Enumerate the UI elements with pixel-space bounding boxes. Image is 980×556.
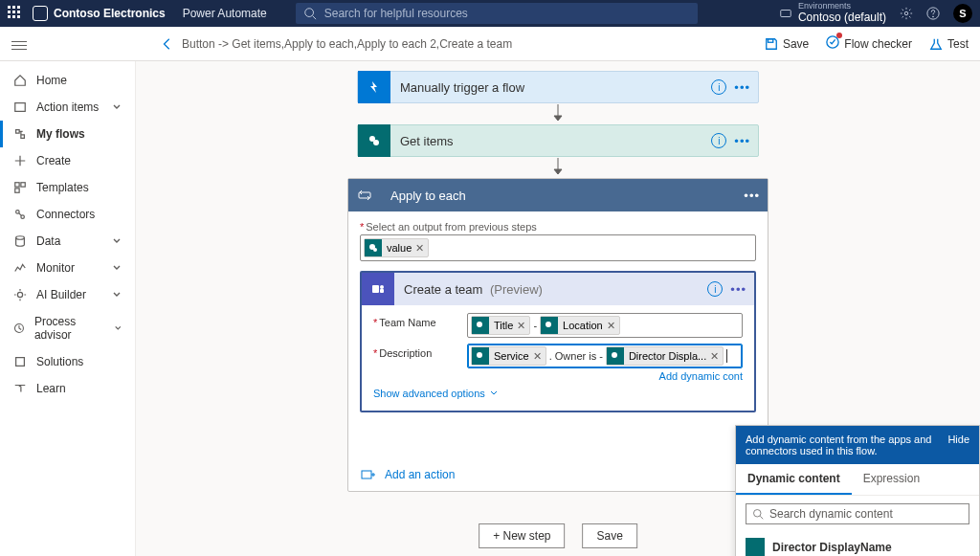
search-placeholder: Search for helpful resources: [324, 7, 468, 20]
flow-card-get-items[interactable]: Get items i •••: [357, 124, 759, 157]
test-icon: [929, 37, 943, 51]
sidebar-item-solutions[interactable]: Solutions: [0, 348, 135, 375]
help-icon[interactable]: [926, 7, 940, 20]
token-remove-icon[interactable]: ✕: [710, 350, 719, 363]
add-action-button[interactable]: Add an action: [360, 468, 756, 481]
token-service[interactable]: Service✕: [471, 346, 546, 366]
user-avatar[interactable]: S: [953, 4, 972, 23]
token-remove-icon[interactable]: ✕: [533, 350, 542, 363]
tab-dynamic-content[interactable]: Dynamic content: [736, 464, 852, 495]
sidebar-item-process-advisor[interactable]: Process advisor: [0, 308, 135, 348]
token-remove-icon[interactable]: ✕: [607, 320, 615, 332]
svg-point-24: [373, 248, 377, 252]
card-menu-icon[interactable]: •••: [730, 282, 746, 297]
sidebar-item-connectors[interactable]: Connectors: [0, 201, 135, 228]
brand-name: Contoso Electronics: [54, 7, 166, 20]
info-icon[interactable]: i: [711, 79, 726, 95]
svg-point-15: [17, 292, 22, 297]
svg-rect-32: [362, 471, 371, 478]
dynamic-item[interactable]: Director DisplayName: [736, 532, 979, 556]
toolbar: Button -> Get items,Apply to each,Apply …: [0, 27, 980, 61]
token-value[interactable]: value✕: [364, 238, 429, 257]
text-cursor: [726, 349, 727, 363]
token-remove-icon[interactable]: ✕: [517, 320, 525, 332]
svg-line-1: [312, 16, 316, 20]
svg-rect-17: [16, 358, 25, 367]
save-flow-button[interactable]: Save: [583, 523, 637, 548]
select-output-input[interactable]: value✕: [360, 234, 756, 261]
flow-arrow-icon: [551, 103, 565, 124]
new-step-button[interactable]: + New step: [479, 523, 565, 548]
apply-header[interactable]: Apply to each •••: [348, 179, 768, 211]
settings-icon[interactable]: [900, 7, 913, 20]
dynamic-search-input[interactable]: Search dynamic content: [746, 503, 969, 524]
svg-rect-10: [21, 183, 25, 187]
svg-point-12: [16, 211, 20, 214]
sidebar-item-ai-builder[interactable]: AI Builder: [0, 281, 135, 308]
test-button[interactable]: Test: [929, 37, 969, 51]
svg-point-30: [477, 352, 482, 358]
global-search[interactable]: Search for helpful resources: [296, 3, 698, 24]
breadcrumb: Button -> Get items,Apply to each,Apply …: [161, 37, 512, 51]
app-launcher-icon[interactable]: [8, 6, 23, 21]
team-name-input[interactable]: Title✕ - Location✕: [467, 313, 743, 338]
svg-rect-9: [15, 183, 19, 187]
sidebar-item-create[interactable]: Create: [0, 147, 135, 174]
sidebar-item-monitor[interactable]: Monitor: [0, 255, 135, 281]
sidebar-item-home[interactable]: Home: [0, 67, 135, 94]
flow-checker-button[interactable]: Flow checker: [826, 35, 912, 52]
sharepoint-icon: [358, 124, 390, 157]
svg-point-20: [373, 140, 379, 145]
create-team-header[interactable]: Create a team (Preview) i •••: [362, 273, 754, 305]
environment-picker[interactable]: EnvironmentsContoso (default): [779, 2, 886, 24]
token-director[interactable]: Director Displa...✕: [606, 346, 724, 366]
flow-checker-icon: [826, 35, 839, 52]
token-title[interactable]: Title✕: [471, 316, 530, 335]
svg-line-34: [760, 516, 763, 519]
sharepoint-icon: [746, 538, 765, 556]
card-menu-icon[interactable]: •••: [734, 134, 750, 148]
brand-logo-icon: [33, 6, 48, 21]
hide-link[interactable]: Hide: [947, 434, 969, 456]
token-remove-icon[interactable]: ✕: [415, 242, 424, 255]
description-input[interactable]: Service✕ . Owner is - Director Displa...…: [467, 344, 743, 368]
flow-card-trigger[interactable]: Manually trigger a flow i •••: [357, 71, 759, 103]
dynamic-hint: Add dynamic content from the apps and co…: [736, 426, 979, 464]
svg-rect-25: [372, 285, 379, 293]
svg-point-5: [933, 16, 934, 17]
sidebar-item-templates[interactable]: Templates: [0, 174, 135, 201]
nav-toggle-icon[interactable]: [11, 38, 27, 50]
card-menu-icon[interactable]: •••: [744, 189, 760, 203]
card-menu-icon[interactable]: •••: [734, 80, 750, 95]
loop-icon: [348, 179, 381, 211]
dynamic-content-panel: Add dynamic content from the apps and co…: [735, 425, 980, 556]
sidebar-item-my-flows[interactable]: My flows: [0, 121, 135, 147]
chevron-down-icon: [112, 236, 122, 246]
token-location[interactable]: Location✕: [540, 316, 620, 335]
add-dynamic-content-link[interactable]: Add dynamic cont: [373, 370, 743, 382]
sidebar-item-learn[interactable]: Learn: [0, 375, 135, 402]
svg-point-31: [612, 352, 617, 358]
svg-rect-2: [781, 10, 791, 16]
svg-rect-11: [15, 189, 19, 192]
team-name-label: Team Name: [373, 313, 457, 328]
info-icon[interactable]: i: [711, 133, 726, 148]
app-header: Contoso Electronics Power Automate Searc…: [0, 0, 980, 27]
tab-expression[interactable]: Expression: [852, 464, 931, 495]
svg-rect-27: [380, 289, 384, 293]
sidebar-item-data[interactable]: Data: [0, 228, 135, 255]
svg-point-0: [305, 9, 314, 17]
brand: Contoso Electronics: [33, 6, 166, 21]
show-advanced-link[interactable]: Show advanced options: [373, 388, 499, 399]
info-icon[interactable]: i: [707, 281, 723, 297]
chevron-down-icon: [112, 102, 122, 112]
environment-icon: [779, 7, 792, 20]
flow-canvas: Manually trigger a flow i ••• Get items …: [136, 61, 980, 556]
svg-point-3: [904, 11, 908, 15]
chevron-down-icon: [112, 263, 122, 273]
svg-rect-8: [15, 103, 26, 112]
sidebar-item-action-items[interactable]: Action items: [0, 94, 135, 121]
trigger-icon: [358, 71, 390, 103]
save-button[interactable]: Save: [765, 37, 809, 51]
back-icon[interactable]: [161, 37, 174, 51]
